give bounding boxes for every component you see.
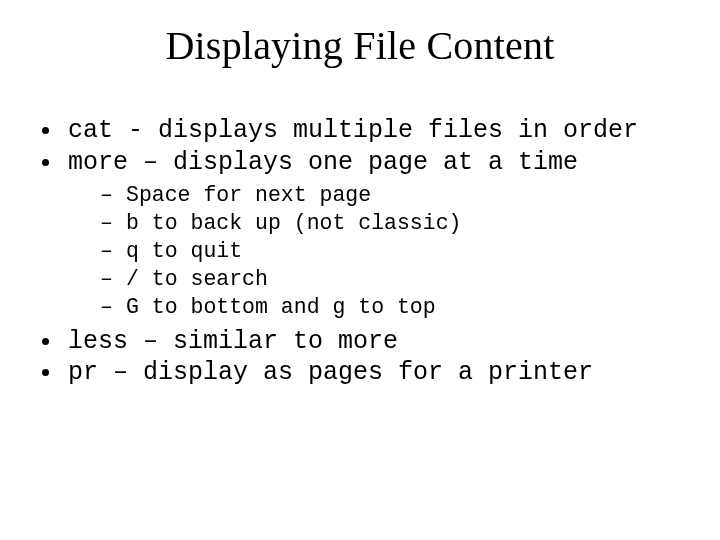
bullet-pr-text: pr – display as pages for a printer (68, 358, 593, 387)
sub-search: / to search (68, 266, 686, 294)
sub-quit-text: q to quit (126, 239, 242, 263)
sub-space-text: Space for next page (126, 183, 371, 207)
bullet-more-text: more – displays one page at a time (68, 148, 578, 177)
bullet-list: cat - displays multiple files in order m… (34, 115, 686, 389)
bullet-cat-text: cat - displays multiple files in order (68, 116, 638, 145)
sub-back: b to back up (not classic) (68, 210, 686, 238)
bullet-pr: pr – display as pages for a printer (34, 357, 686, 389)
sub-goto-text: G to bottom and g to top (126, 295, 436, 319)
slide: Displaying File Content cat - displays m… (0, 0, 720, 540)
sub-search-text: / to search (126, 267, 268, 291)
sub-quit: q to quit (68, 238, 686, 266)
sub-back-text: b to back up (not classic) (126, 211, 461, 235)
bullet-more: more – displays one page at a time Space… (34, 147, 686, 322)
slide-title: Displaying File Content (34, 22, 686, 69)
bullet-less-text: less – similar to more (68, 327, 398, 356)
more-sub-list: Space for next page b to back up (not cl… (68, 182, 686, 322)
sub-space: Space for next page (68, 182, 686, 210)
sub-goto: G to bottom and g to top (68, 294, 686, 322)
bullet-less: less – similar to more (34, 326, 686, 358)
bullet-cat: cat - displays multiple files in order (34, 115, 686, 147)
